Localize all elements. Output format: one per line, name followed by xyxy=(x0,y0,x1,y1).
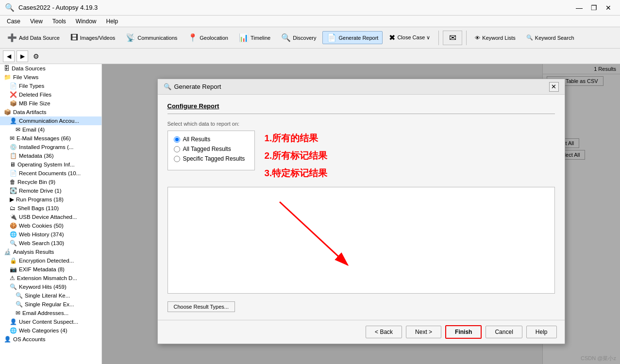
sidebar-label: Deleted Files xyxy=(19,92,51,98)
main-toolbar: ➕ Add Data Source 🎞 Images/Videos 📡 Comm… xyxy=(0,27,620,49)
sidebar-label: Keyword Hits (459) xyxy=(19,284,67,290)
usb-icon: 🔌 xyxy=(10,214,17,220)
sidebar-item-exif[interactable]: 📷 EXIF Metadata (8) xyxy=(0,265,101,274)
arrow-annotation xyxy=(241,192,377,280)
os-icon: 🖥 xyxy=(10,161,16,168)
sidebar-item-web-categories[interactable]: 🌐 Web Categories (4) xyxy=(0,326,101,335)
menu-help[interactable]: Help xyxy=(102,17,122,26)
sidebar-item-remote-drive[interactable]: 💽 Remote Drive (1) xyxy=(0,186,101,195)
back-button[interactable]: < Back xyxy=(366,326,402,338)
size-icon: 📦 xyxy=(10,100,17,107)
choose-result-types-button[interactable]: Choose Result Types... xyxy=(168,301,235,312)
communications-label: Communications xyxy=(137,35,177,41)
radio-specific-tagged-input[interactable] xyxy=(174,156,180,162)
sidebar-label: Web Search (130) xyxy=(19,240,64,246)
communications-button[interactable]: 📡 Communications xyxy=(121,31,182,44)
sidebar-item-metadata[interactable]: 📋 Metadata (36) xyxy=(0,151,101,160)
result-types-section: Choose Result Types... xyxy=(168,187,555,312)
forward-button[interactable]: ▶ xyxy=(17,50,28,62)
meta-icon: 📋 xyxy=(10,152,17,159)
sidebar-label: Remote Drive (1) xyxy=(19,188,62,194)
modal-close-button[interactable]: ✕ xyxy=(549,82,559,92)
sidebar-item-email[interactable]: ✉ Email (4) xyxy=(0,125,101,134)
data-select-label: Select which data to report on: xyxy=(168,121,255,127)
toolbar-separator2 xyxy=(466,31,467,45)
sidebar-item-data-sources[interactable]: 🗄 Data Sources xyxy=(0,64,101,73)
sidebar-item-analysis-results[interactable]: 🔬 Analysis Results xyxy=(0,248,101,256)
close-case-button[interactable]: ✖ Close Case ∨ xyxy=(385,31,435,44)
add-data-source-button[interactable]: ➕ Add Data Source xyxy=(3,31,64,44)
keyword-search-button[interactable]: 🔍 Keyword Search xyxy=(522,33,579,43)
sidebar-item-installed-programs[interactable]: 💿 Installed Programs (... xyxy=(0,143,101,151)
generate-report-label: Generate Report xyxy=(338,35,378,41)
sidebar-item-os-accounts[interactable]: 👤 OS Accounts xyxy=(0,335,101,344)
sidebar-item-os-info[interactable]: 🖥 Operating System Inf... xyxy=(0,160,101,169)
sidebar-item-run-programs[interactable]: ▶ Run Programs (18) xyxy=(0,195,101,204)
sidebar-label: Metadata (36) xyxy=(19,153,54,159)
sidebar-item-comm-account[interactable]: 👤 Communication Accou... xyxy=(0,116,101,125)
keyword-lists-button[interactable]: 👁 Keyword Lists xyxy=(470,33,519,43)
artifact-icon: 📦 xyxy=(4,109,11,116)
comm-account-icon: 👤 xyxy=(10,117,17,124)
menu-tools[interactable]: Tools xyxy=(49,17,70,26)
next-button[interactable]: Next > xyxy=(406,326,441,338)
web-icon: 🌐 xyxy=(10,231,17,238)
sidebar-label: Extension Mismatch D... xyxy=(17,275,77,281)
help-button[interactable]: Help xyxy=(526,326,557,338)
sidebar-item-recent-docs[interactable]: 📄 Recent Documents (10... xyxy=(0,169,101,178)
sidebar-item-web-history[interactable]: 🌐 Web History (374) xyxy=(0,230,101,239)
sidebar-label: Email Addresses... xyxy=(22,310,68,316)
images-videos-button[interactable]: 🎞 Images/Videos xyxy=(66,32,120,44)
close-case-label: Close Case ∨ xyxy=(397,34,430,41)
sidebar-item-single-regex[interactable]: 🔍 Single Regular Ex... xyxy=(0,300,101,309)
cancel-button[interactable]: Cancel xyxy=(486,326,522,338)
modal-icon: 🔍 xyxy=(164,83,171,90)
back-button[interactable]: ◀ xyxy=(3,50,15,62)
maximize-button[interactable]: ❐ xyxy=(587,1,601,15)
radio-all-results-label: All Results xyxy=(183,136,211,143)
sidebar-item-recycle-bin[interactable]: 🗑 Recycle Bin (9) xyxy=(0,178,101,186)
radio-all-results-input[interactable] xyxy=(174,136,180,143)
images-videos-label: Images/Videos xyxy=(80,35,116,41)
timeline-button[interactable]: 📊 Timeline xyxy=(235,31,275,44)
modal-title-bar: 🔍 Generate Report ✕ xyxy=(158,79,565,95)
modal-title: 🔍 Generate Report xyxy=(164,83,221,90)
report-icon: 📄 xyxy=(327,33,336,42)
warn-icon: ⚠ xyxy=(10,275,15,281)
sidebar-item-extension-mismatch[interactable]: ⚠ Extension Mismatch D... xyxy=(0,274,101,282)
sidebar-item-web-search[interactable]: 🔍 Web Search (130) xyxy=(0,239,101,248)
radio-options-box: All Results All Tagged Results Specific … xyxy=(168,131,255,170)
menu-view[interactable]: View xyxy=(26,17,47,26)
sidebar-item-encryption[interactable]: 🔒 Encryption Detected... xyxy=(0,256,101,265)
close-window-button[interactable]: ✕ xyxy=(602,1,615,15)
sidebar-item-email-addresses[interactable]: ✉ Email Addresses... xyxy=(0,309,101,317)
sidebar-item-single-literal[interactable]: 🔍 Single Literal Ke... xyxy=(0,291,101,300)
sidebar-item-email-messages[interactable]: ✉ E-Mail Messages (66) xyxy=(0,134,101,143)
db-icon: 🗄 xyxy=(4,65,10,72)
sidebar-item-deleted-files[interactable]: ❌ Deleted Files xyxy=(0,90,101,99)
sidebar-item-usb[interactable]: 🔌 USB Device Attached... xyxy=(0,213,101,221)
sidebar-item-file-types[interactable]: 📄 File Types xyxy=(0,82,101,90)
sidebar-label: User Content Suspect... xyxy=(19,319,78,325)
sidebar-item-user-content[interactable]: 👤 User Content Suspect... xyxy=(0,317,101,326)
discovery-button[interactable]: 🔍 Discovery xyxy=(277,31,320,44)
radio-all-tagged[interactable]: All Tagged Results xyxy=(174,146,249,152)
result-types-area xyxy=(168,187,555,294)
radio-all-tagged-input[interactable] xyxy=(174,146,180,152)
finish-button[interactable]: Finish xyxy=(445,325,482,339)
sidebar-item-web-cookies[interactable]: 🍪 Web Cookies (50) xyxy=(0,221,101,230)
sidebar-item-keyword-hits[interactable]: 🔍 Keyword Hits (459) xyxy=(0,282,101,291)
radio-specific-tagged[interactable]: Specific Tagged Results xyxy=(174,155,249,162)
settings-button[interactable]: ⚙ xyxy=(30,50,42,62)
sidebar-item-file-size[interactable]: 📦 MB File Size xyxy=(0,99,101,108)
geolocation-button[interactable]: 📍 Geolocation xyxy=(184,31,233,44)
menu-window[interactable]: Window xyxy=(72,17,101,26)
watermark: CSDN @菜小z xyxy=(581,355,616,362)
sidebar-item-shell-bags[interactable]: 🗂 Shell Bags (110) xyxy=(0,204,101,213)
generate-report-button[interactable]: 📄 Generate Report xyxy=(322,31,383,44)
radio-all-results[interactable]: All Results xyxy=(174,136,249,143)
minimize-button[interactable]: — xyxy=(572,1,586,15)
sidebar-item-file-views[interactable]: 📁 File Views xyxy=(0,73,101,82)
sidebar-item-data-artifacts[interactable]: 📦 Data Artifacts xyxy=(0,108,101,116)
menu-case[interactable]: Case xyxy=(3,17,24,26)
